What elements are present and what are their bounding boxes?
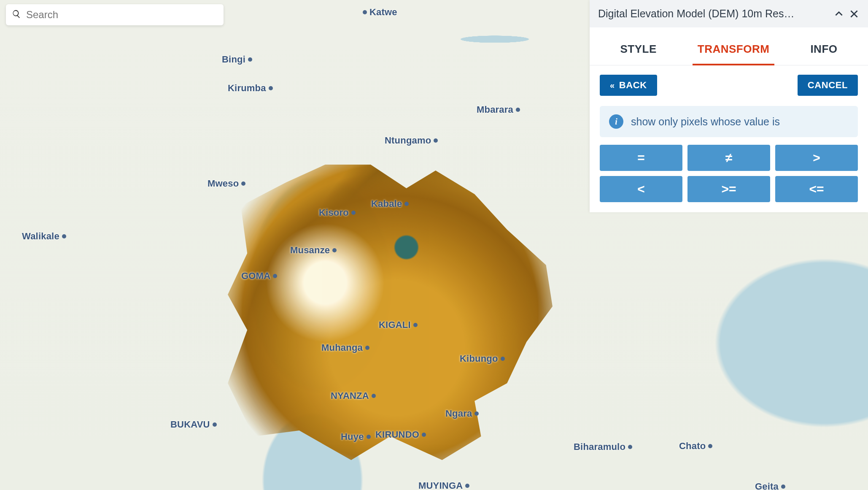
place-name: Kibungo [460, 353, 498, 364]
place-dot-icon [365, 346, 369, 350]
tab-transform[interactable]: TRANSFORM [695, 40, 772, 65]
place-name: KIRUNDO [375, 429, 419, 440]
place-label: GOMA [241, 271, 277, 282]
tab-info[interactable]: INFO [808, 40, 840, 65]
place-dot-icon [422, 433, 426, 437]
place-label: Ngara [445, 408, 479, 419]
place-dot-icon [404, 202, 409, 206]
operator-gte[interactable]: >= [687, 176, 770, 202]
place-label: Kibungo [460, 353, 505, 364]
place-name: Chato [679, 441, 706, 452]
place-label: Biharamulo [574, 441, 632, 452]
place-name: Mbarara [477, 104, 513, 115]
place-name: Walikale [22, 231, 59, 242]
panel-header: Digital Elevation Model (DEM) 10m Res… [590, 0, 868, 27]
place-label: Chato [679, 441, 712, 452]
place-name: Musanze [290, 245, 330, 256]
info-banner: i show only pixels whose value is [600, 106, 858, 137]
place-name: Geita [755, 481, 779, 490]
place-label: Geita [755, 481, 785, 490]
place-name: NYANZA [331, 390, 369, 401]
operator-gt[interactable]: > [775, 145, 858, 171]
search-input[interactable] [26, 9, 218, 21]
operator-grid: = ≠ > < >= <= [590, 145, 868, 212]
place-label: MUYINGA [418, 480, 469, 490]
cancel-button-label: CANCEL [808, 80, 848, 91]
place-label: Musanze [290, 245, 337, 256]
place-dot-icon [465, 484, 469, 488]
place-dot-icon [434, 138, 438, 143]
place-dot-icon [213, 422, 217, 427]
place-label: Muhanga [321, 342, 369, 353]
place-label: Huye [341, 431, 371, 442]
place-name: BUKAVU [170, 419, 210, 430]
chevrons-left-icon: « [610, 81, 615, 90]
panel-title: Digital Elevation Model (DEM) 10m Res… [598, 8, 829, 20]
place-dot-icon [781, 485, 785, 489]
place-dot-icon [351, 211, 356, 215]
layer-panel: Digital Elevation Model (DEM) 10m Res… S… [590, 0, 868, 212]
place-dot-icon [516, 108, 520, 112]
place-label: KIGALI [379, 319, 418, 330]
search-icon [12, 9, 21, 20]
place-label: Kisoro [319, 207, 356, 218]
place-dot-icon [628, 445, 632, 449]
place-dot-icon [62, 234, 66, 238]
operator-ne[interactable]: ≠ [687, 145, 770, 171]
place-label: Katwe [363, 7, 397, 18]
panel-actions: « BACK CANCEL [590, 65, 868, 102]
place-label: Kabale [371, 198, 409, 209]
operator-lt[interactable]: < [600, 176, 682, 202]
back-button-label: BACK [619, 80, 647, 91]
place-label: KIRUNDO [375, 429, 426, 440]
place-label: Walikale [22, 231, 66, 242]
place-dot-icon [367, 435, 371, 439]
place-name: Mweso [208, 178, 239, 189]
place-name: Kisoro [319, 207, 349, 218]
place-label: Kirumba [228, 83, 273, 94]
place-name: Bingi [222, 54, 245, 65]
place-name: KIGALI [379, 319, 411, 330]
place-label: Mweso [208, 178, 245, 189]
place-dot-icon [241, 181, 245, 186]
place-label: BUKAVU [170, 419, 217, 430]
place-label: NYANZA [331, 390, 376, 401]
place-dot-icon [363, 10, 367, 14]
place-name: MUYINGA [418, 480, 463, 490]
place-dot-icon [269, 86, 273, 90]
info-text: show only pixels whose value is [631, 116, 780, 128]
place-label: Mbarara [477, 104, 520, 115]
place-label: Bingi [222, 54, 252, 65]
place-name: Muhanga [321, 342, 363, 353]
place-name: Katwe [369, 7, 397, 18]
search-container [6, 4, 224, 25]
place-dot-icon [413, 323, 418, 327]
place-name: Ntungamo [385, 135, 431, 146]
place-name: Ngara [445, 408, 472, 419]
collapse-icon[interactable] [833, 8, 844, 19]
panel-tabs: STYLE TRANSFORM INFO [590, 27, 868, 65]
tab-style[interactable]: STYLE [618, 40, 659, 65]
place-name: Kabale [371, 198, 402, 209]
back-button[interactable]: « BACK [600, 75, 657, 96]
place-dot-icon [501, 357, 505, 361]
place-name: Kirumba [228, 83, 266, 94]
place-dot-icon [248, 57, 252, 62]
place-dot-icon [273, 274, 277, 278]
cancel-button[interactable]: CANCEL [798, 75, 858, 96]
place-name: GOMA [241, 271, 270, 282]
info-icon: i [609, 114, 623, 129]
place-dot-icon [708, 444, 712, 448]
close-icon[interactable] [849, 8, 860, 19]
operator-lte[interactable]: <= [775, 176, 858, 202]
place-name: Biharamulo [574, 441, 625, 452]
place-dot-icon [372, 394, 376, 398]
place-dot-icon [474, 411, 479, 416]
place-label: Ntungamo [385, 135, 438, 146]
operator-eq[interactable]: = [600, 145, 682, 171]
place-name: Huye [341, 431, 364, 442]
place-dot-icon [332, 248, 337, 252]
